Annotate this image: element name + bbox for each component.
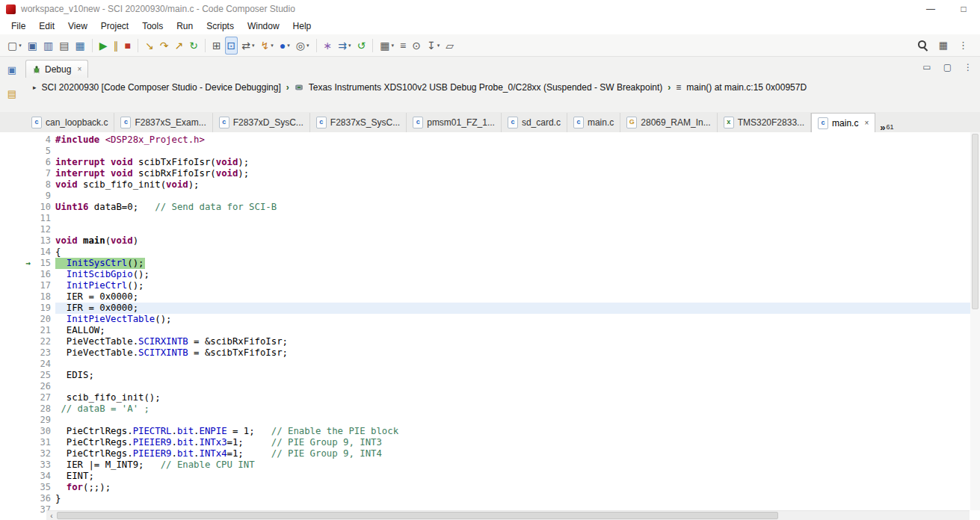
editor-tab-6[interactable]: csd_card.c: [502, 113, 567, 132]
code-line[interactable]: 8void scib_fifo_init(void);: [0, 179, 980, 191]
code-line[interactable]: 31 PieCtrlRegs.PIEIER9.bit.INTx3=1; // P…: [0, 437, 980, 448]
annotation-margin[interactable]: [0, 493, 33, 504]
editor-tab-9[interactable]: xTMS320F2833...: [718, 113, 811, 132]
annotation-margin[interactable]: [0, 504, 33, 516]
menu-item-tools[interactable]: Tools: [135, 19, 170, 34]
code-line[interactable]: 6interrupt void scibTxFifoIsr(void);: [0, 157, 980, 168]
annotation-margin[interactable]: [0, 392, 33, 403]
view-menu-icon[interactable]: ⋮: [964, 62, 973, 72]
step-over-button[interactable]: ↷: [158, 37, 171, 55]
compare-button[interactable]: ▱: [443, 37, 456, 55]
menu-item-window[interactable]: Window: [241, 19, 286, 34]
code-line[interactable]: 34 EINT;: [0, 471, 980, 482]
editor-tab-1[interactable]: ccan_loopback.c: [25, 113, 114, 132]
annotation-margin[interactable]: [0, 370, 33, 381]
suspend-button[interactable]: ∥: [111, 37, 120, 55]
connect-target-button[interactable]: ⊡: [225, 37, 238, 55]
step-into-button[interactable]: ↘: [143, 37, 156, 55]
editor-tab-5[interactable]: cpmsm01_FZ_1...: [407, 113, 502, 132]
minimize-window-button[interactable]: —: [914, 4, 947, 14]
menu-item-view[interactable]: View: [61, 19, 94, 34]
code-line[interactable]: 11: [0, 213, 980, 224]
restore-view-button[interactable]: ▣: [4, 61, 20, 78]
print-button[interactable]: ▤: [57, 37, 71, 55]
editor-tab-7[interactable]: cmain.c: [567, 113, 620, 132]
trace-button[interactable]: ⇉▾: [336, 37, 353, 55]
open-resource-button[interactable]: ▤: [4, 85, 20, 102]
close-tab-icon[interactable]: ×: [864, 119, 869, 127]
code-line[interactable]: 28 // dataB = 'A' ;: [0, 403, 980, 415]
code-line[interactable]: 29: [0, 415, 980, 426]
annotation-margin[interactable]: [0, 437, 33, 448]
editor-tab-3[interactable]: cF2837xD_SysC...: [213, 113, 310, 132]
menu-item-edit[interactable]: Edit: [32, 19, 61, 34]
profile-button[interactable]: ∗: [321, 37, 335, 55]
code-line[interactable]: 18 IER = 0x0000;: [0, 291, 980, 303]
code-line[interactable]: 19 IFR = 0x0000;: [0, 303, 980, 314]
menu-item-file[interactable]: File: [4, 19, 32, 34]
search-icon[interactable]: [917, 40, 928, 51]
annotation-margin[interactable]: [0, 134, 33, 146]
restart-button[interactable]: ↻: [187, 37, 200, 55]
code-line[interactable]: 4#include <DSP28x_Project.h>: [0, 134, 980, 146]
search-source-button[interactable]: ⊙: [410, 37, 423, 55]
horizontal-scrollbar-thumb[interactable]: [57, 512, 778, 519]
breakpoints-button[interactable]: ●▾: [277, 37, 292, 55]
menu-item-scripts[interactable]: Scripts: [200, 19, 241, 34]
code-line[interactable]: 22 PieVectTable.SCIRXINTB = &scibRxFifoI…: [0, 336, 980, 347]
annotation-margin[interactable]: [0, 347, 33, 359]
code-line[interactable]: 12: [0, 224, 980, 235]
scripts-button[interactable]: ≡: [398, 37, 408, 55]
annotation-margin[interactable]: [0, 202, 33, 213]
code-line[interactable]: 25 EDIS;: [0, 370, 980, 381]
toolbar-overflow-icon[interactable]: ⋮: [958, 40, 968, 51]
annotation-margin[interactable]: [0, 280, 33, 291]
annotation-margin[interactable]: [0, 224, 33, 235]
annotation-margin[interactable]: [0, 146, 33, 157]
new-button[interactable]: ▢▾: [5, 37, 24, 55]
debug-session-item[interactable]: SCI 20200930 [Code Composer Studio - Dev…: [42, 82, 281, 93]
annotation-margin[interactable]: [0, 359, 33, 370]
show-console-button[interactable]: ▦: [73, 37, 87, 55]
code-line[interactable]: 17 InitPieCtrl();: [0, 280, 980, 291]
code-line[interactable]: 20 InitPieVectTable();: [0, 314, 980, 325]
expand-session-icon[interactable]: ▸: [33, 84, 37, 91]
editor-tab-4[interactable]: cF2837xS_SysC...: [310, 113, 407, 132]
code-line[interactable]: 23 PieVectTable.SCITXINTB = &scibTxFifoI…: [0, 347, 980, 359]
menu-item-run[interactable]: Run: [170, 19, 200, 34]
code-line[interactable]: 14{: [0, 247, 980, 258]
registers-button[interactable]: ⊞: [210, 37, 224, 55]
code-line[interactable]: 21 EALLOW;: [0, 325, 980, 336]
minimize-view-icon[interactable]: ▭: [922, 62, 931, 72]
vertical-scrollbar-thumb[interactable]: [972, 134, 979, 309]
editor-tab-10[interactable]: cmain.c×: [811, 113, 875, 132]
annotation-margin[interactable]: [0, 325, 33, 336]
step-return-button[interactable]: ↗: [172, 37, 185, 55]
maximize-view-icon[interactable]: ▢: [943, 62, 952, 72]
code-line[interactable]: 9: [0, 191, 980, 202]
annotation-margin[interactable]: [0, 269, 33, 280]
code-line[interactable]: →15 InitSysCtrl();: [0, 258, 980, 269]
scroll-left-icon[interactable]: ‹: [46, 512, 57, 520]
annotation-margin[interactable]: [0, 403, 33, 415]
terminate-button[interactable]: ■: [122, 37, 132, 55]
annotation-margin[interactable]: [0, 482, 33, 493]
annotation-margin[interactable]: [0, 415, 33, 426]
pin-button[interactable]: ↧▾: [425, 37, 442, 55]
debug-probe-item[interactable]: Texas Instruments XDS100v2 USB Debug Pro…: [309, 82, 663, 93]
annotation-margin[interactable]: [0, 459, 33, 471]
open-perspective-icon[interactable]: ▦: [939, 40, 948, 51]
annotation-margin[interactable]: [0, 303, 33, 314]
menu-item-project[interactable]: Project: [94, 19, 135, 34]
save-button[interactable]: ▣: [25, 37, 40, 55]
annotation-margin[interactable]: [0, 168, 33, 179]
source-lookup-button[interactable]: ⇄▾: [239, 37, 256, 55]
editor-tab-8[interactable]: G28069_RAM_In...: [620, 113, 717, 132]
code-line[interactable]: 5: [0, 146, 980, 157]
code-line[interactable]: 36}: [0, 493, 980, 504]
annotation-margin[interactable]: [0, 157, 33, 168]
code-line[interactable]: 7interrupt void scibRxFifoIsr(void);: [0, 168, 980, 179]
close-debug-view-icon[interactable]: ×: [77, 65, 81, 73]
flash-button[interactable]: ↯▾: [259, 37, 276, 55]
code-line[interactable]: 35 for(;;);: [0, 482, 980, 493]
